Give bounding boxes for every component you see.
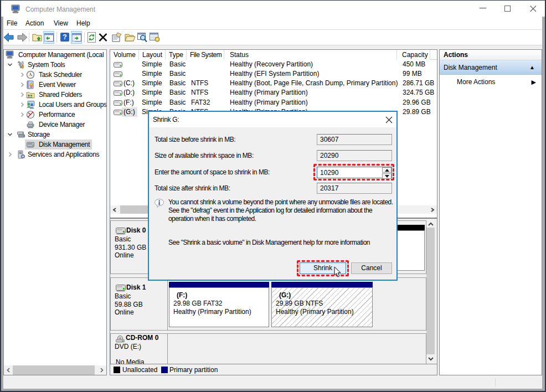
svg-text:?: ?: [63, 33, 66, 41]
